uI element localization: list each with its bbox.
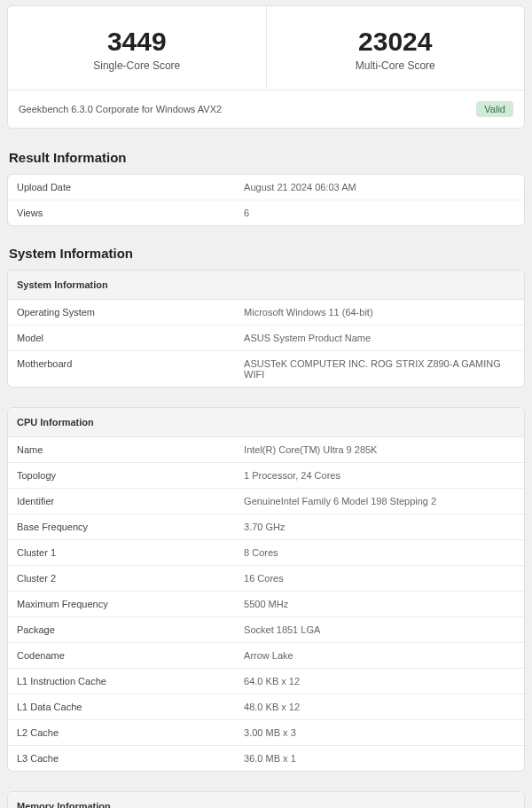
score-row: 3449 Single-Core Score 23024 Multi-Core … (8, 6, 524, 90)
multi-core-label: Multi-Core Score (276, 59, 516, 72)
row-value: 64.0 KB x 12 (235, 669, 524, 694)
table-row: PackageSocket 1851 LGA (8, 617, 524, 643)
row-value: Socket 1851 LGA (235, 617, 524, 642)
row-key: Codename (8, 643, 235, 668)
row-key: L2 Cache (8, 720, 235, 745)
score-card: 3449 Single-Core Score 23024 Multi-Core … (7, 5, 525, 129)
table-row: IdentifierGenuineIntel Family 6 Model 19… (8, 489, 524, 514)
row-key: Name (8, 437, 235, 462)
version-text: Geekbench 6.3.0 Corporate for Windows AV… (19, 104, 222, 114)
system-information-card: System Information Operating System Micr… (7, 270, 525, 388)
table-row: Views 6 (8, 200, 524, 225)
memory-information-header: Memory Information (8, 792, 524, 808)
row-key: Topology (8, 463, 235, 488)
version-row: Geekbench 6.3.0 Corporate for Windows AV… (8, 90, 524, 128)
multi-core-score: 23024 (276, 26, 516, 58)
row-value: 1 Processor, 24 Cores (235, 463, 524, 488)
result-information-title: Result Information (9, 150, 525, 165)
multi-core-cell: 23024 Multi-Core Score (267, 6, 525, 90)
row-key: L1 Data Cache (8, 694, 235, 719)
row-value: 36.0 MB x 1 (235, 746, 524, 771)
row-key: Cluster 2 (8, 566, 235, 591)
system-information-title: System Information (9, 246, 525, 261)
row-value: August 21 2024 06:03 AM (235, 175, 524, 200)
row-key: Package (8, 617, 235, 642)
table-row: Operating System Microsoft Windows 11 (6… (8, 300, 524, 326)
table-row: L2 Cache3.00 MB x 3 (8, 720, 524, 746)
table-row: Model ASUS System Product Name (8, 326, 524, 351)
row-key: Maximum Frequency (8, 592, 235, 616)
row-key: Motherboard (8, 351, 235, 387)
table-row: L1 Instruction Cache64.0 KB x 12 (8, 669, 524, 694)
table-row: L1 Data Cache48.0 KB x 12 (8, 694, 524, 720)
table-row: Topology1 Processor, 24 Cores (8, 463, 524, 489)
row-key: L1 Instruction Cache (8, 669, 235, 694)
cpu-information-card: CPU Information NameIntel(R) Core(TM) Ul… (7, 407, 525, 772)
system-information-header: System Information (8, 271, 524, 300)
row-value: ASUS System Product Name (235, 326, 524, 350)
row-value: 3.00 MB x 3 (235, 720, 524, 745)
row-value: 16 Cores (235, 566, 524, 591)
single-core-label: Single-Core Score (17, 59, 257, 72)
row-value: 48.0 KB x 12 (235, 694, 524, 719)
row-key: Cluster 1 (8, 540, 235, 565)
row-key: Base Frequency (8, 514, 235, 539)
cpu-information-header: CPU Information (8, 408, 524, 437)
row-value: 5500 MHz (235, 592, 524, 616)
table-row: Base Frequency3.70 GHz (8, 514, 524, 540)
table-row: Cluster 216 Cores (8, 566, 524, 592)
result-information-card: Upload Date August 21 2024 06:03 AM View… (7, 174, 525, 226)
single-core-score: 3449 (17, 26, 257, 58)
row-key: L3 Cache (8, 746, 235, 771)
table-row: Cluster 18 Cores (8, 540, 524, 566)
table-row: CodenameArrow Lake (8, 643, 524, 669)
single-core-cell: 3449 Single-Core Score (8, 6, 267, 90)
row-key: Operating System (8, 300, 235, 325)
row-value: 3.70 GHz (235, 514, 524, 539)
row-value: 6 (235, 200, 524, 225)
row-value: Microsoft Windows 11 (64-bit) (235, 300, 524, 325)
row-key: Views (8, 200, 235, 225)
table-row: Motherboard ASUSTeK COMPUTER INC. ROG ST… (8, 351, 524, 387)
table-row: Upload Date August 21 2024 06:03 AM (8, 175, 524, 200)
valid-badge: Valid (476, 101, 513, 117)
row-key: Model (8, 326, 235, 350)
table-row: L3 Cache36.0 MB x 1 (8, 746, 524, 771)
memory-information-card: Memory Information Size64.00 GB Transfer… (7, 791, 525, 808)
row-value: Arrow Lake (235, 643, 524, 668)
row-key: Identifier (8, 489, 235, 514)
table-row: Maximum Frequency5500 MHz (8, 592, 524, 617)
row-value: Intel(R) Core(TM) Ultra 9 285K (235, 437, 524, 462)
row-value: GenuineIntel Family 6 Model 198 Stepping… (235, 489, 524, 514)
table-row: NameIntel(R) Core(TM) Ultra 9 285K (8, 437, 524, 463)
row-value: ASUSTeK COMPUTER INC. ROG STRIX Z890-A G… (235, 351, 524, 387)
row-value: 8 Cores (235, 540, 524, 565)
row-key: Upload Date (8, 175, 235, 200)
